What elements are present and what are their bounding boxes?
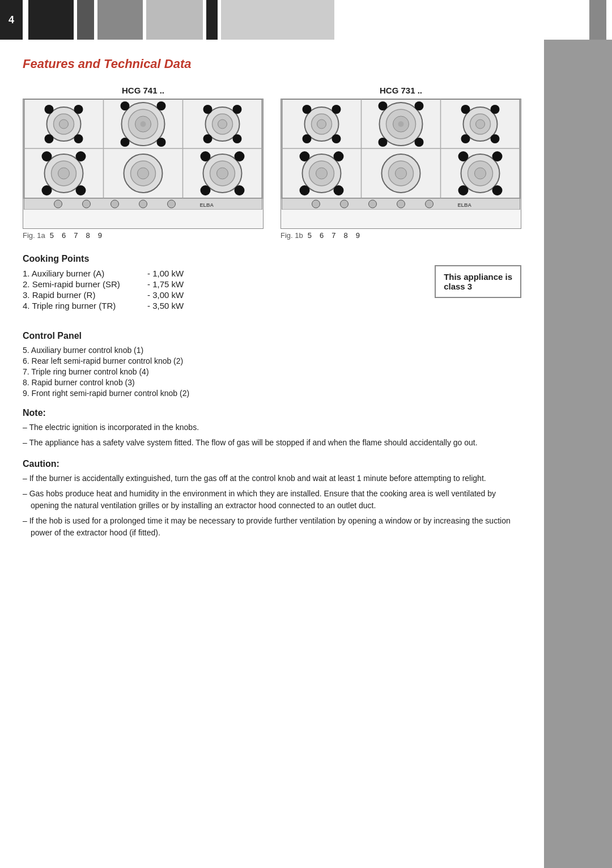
page-number: 4: [0, 0, 23, 40]
burner-1-value: - 1,00 kW: [147, 269, 412, 278]
figure-1b-label: Fig. 1b: [280, 231, 303, 240]
class-badge-line1: This appliance is: [444, 272, 512, 282]
control-item-6: 6. Rear left semi-rapid burner control k…: [23, 356, 521, 365]
figures-row: HCG 741 ..: [23, 86, 521, 240]
svg-point-15: [121, 101, 130, 110]
figure-1a-block: HCG 741 ..: [23, 86, 264, 240]
fig1a-num-8: 8: [86, 231, 90, 240]
burner-1-name: 1. Auxiliary burner (A): [23, 269, 147, 278]
caution-item-3: If the hob is used for a prolonged time …: [23, 515, 521, 539]
fig1b-num-9: 9: [356, 231, 360, 240]
control-item-7: 7. Triple ring burner control knob (4): [23, 367, 521, 376]
cooking-points-section: Cooking Points 1. Auxiliary burner (A) -…: [23, 254, 412, 310]
svg-point-10: [74, 134, 83, 143]
svg-text:ELBA: ELBA: [200, 202, 214, 208]
burner-2-value: - 1,75 kW: [147, 279, 412, 289]
caution-item-1: If the burner is accidentally extinguish…: [23, 473, 521, 484]
fig1b-num-6: 6: [320, 231, 324, 240]
svg-point-57: [303, 105, 312, 114]
figure-1b-model: HCG 731 ..: [280, 86, 521, 95]
figure-1b-label-row: Fig. 1b 5 6 7 8 9: [280, 231, 521, 240]
svg-point-95: [341, 200, 348, 208]
svg-point-80: [334, 151, 344, 161]
control-item-5: 5. Auxiliary burner control knob (1): [23, 346, 521, 355]
svg-point-68: [415, 138, 424, 147]
control-item-9: 9. Front right semi-rapid burner control…: [23, 389, 521, 398]
svg-point-82: [334, 185, 344, 195]
caution-title: Caution:: [23, 459, 521, 469]
header-bar: 4: [0, 0, 612, 40]
svg-point-35: [138, 168, 149, 179]
svg-point-41: [201, 185, 211, 195]
svg-point-48: [168, 200, 176, 208]
cooktop-1a-svg: ELBA: [23, 99, 263, 210]
header-block-6: [221, 0, 334, 40]
fig1b-num-5: 5: [308, 231, 312, 240]
right-sidebar: [544, 40, 612, 868]
burner-2-name: 2. Semi-rapid burner (SR): [23, 279, 147, 289]
burner-3-value: - 3,00 kW: [147, 290, 412, 300]
fig1a-num-6: 6: [62, 231, 66, 240]
svg-point-74: [461, 134, 470, 143]
svg-point-17: [121, 138, 130, 147]
control-panel-section: Control Panel 5. Auxiliary burner contro…: [23, 331, 521, 398]
svg-point-98: [426, 200, 434, 208]
fig1b-num-7: 7: [332, 231, 335, 240]
svg-point-60: [332, 134, 341, 143]
figure-1a-label-row: Fig. 1a 5 6 7 8 9: [23, 231, 264, 240]
cooking-points-title: Cooking Points: [23, 254, 412, 264]
figure-1a-numbers: 5 6 7 8 9: [50, 231, 102, 240]
page-title: Features and Technical Data: [23, 57, 521, 71]
svg-point-96: [369, 200, 377, 208]
burner-4-name: 4. Triple ring burner (TR): [23, 301, 147, 310]
svg-point-94: [312, 200, 320, 208]
svg-point-47: [139, 200, 147, 208]
fig1b-num-8: 8: [343, 231, 347, 240]
svg-point-30: [76, 151, 86, 161]
svg-point-31: [42, 185, 52, 195]
class-badge-line2: class 3: [444, 282, 472, 291]
figure-1b-numbers: 5 6 7 8 9: [308, 231, 360, 240]
header-blocks: [23, 0, 612, 40]
svg-point-21: [218, 120, 227, 129]
cooktop-1b-svg: ELBA: [281, 99, 521, 210]
header-block-1: [28, 0, 74, 40]
cooking-class-row: Cooking Points 1. Auxiliary burner (A) -…: [23, 254, 521, 321]
svg-point-25: [233, 134, 242, 143]
svg-point-18: [157, 138, 166, 147]
svg-point-29: [42, 151, 52, 161]
svg-point-38: [217, 168, 228, 179]
svg-point-90: [492, 151, 503, 161]
fig1a-num-9: 9: [98, 231, 102, 240]
header-block-2: [77, 0, 94, 40]
svg-point-81: [300, 185, 310, 195]
note-list: The electric ignition is incorporated in…: [23, 422, 521, 449]
svg-point-40: [235, 151, 245, 161]
burner-3-name: 3. Rapid burner (R): [23, 290, 147, 300]
svg-point-8: [74, 105, 83, 114]
note-item-1: The electric ignition is incorporated in…: [23, 422, 521, 433]
svg-point-44: [54, 200, 62, 208]
page-layout: Features and Technical Data HCG 741 ..: [0, 40, 612, 868]
control-panel-list: 5. Auxiliary burner control knob (1) 6. …: [23, 346, 521, 398]
svg-point-28: [58, 168, 70, 179]
figure-1a-image: ELBA: [23, 99, 264, 229]
svg-text:ELBA: ELBA: [458, 202, 472, 208]
cooking-points-list: 1. Auxiliary burner (A) - 1,00 kW 2. Sem…: [23, 269, 412, 310]
class-badge: This appliance is class 3: [435, 265, 521, 298]
svg-point-73: [491, 105, 500, 114]
note-title: Note:: [23, 408, 521, 418]
header-block-right: [589, 0, 606, 40]
svg-point-58: [332, 105, 341, 114]
svg-point-91: [458, 185, 469, 195]
class-badge-wrapper: This appliance is class 3: [423, 254, 521, 321]
control-panel-title: Control Panel: [23, 331, 521, 341]
figure-1a-label: Fig. 1a: [23, 231, 45, 240]
caution-item-2: Gas hobs produce heat and humidity in th…: [23, 488, 521, 512]
svg-point-59: [303, 134, 312, 143]
header-block-4: [146, 0, 203, 40]
svg-point-32: [76, 185, 86, 195]
header-block-3: [97, 0, 143, 40]
svg-point-14: [141, 121, 146, 127]
svg-point-42: [235, 185, 245, 195]
